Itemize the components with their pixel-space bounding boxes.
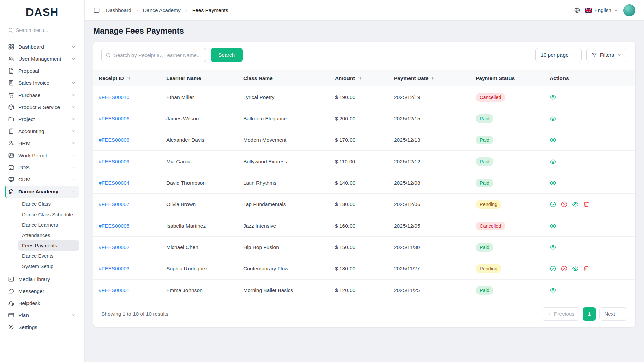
- delete-action-button[interactable]: [583, 265, 590, 272]
- filters-button[interactable]: Filters: [586, 48, 627, 62]
- payment-date-cell: 2025/12/08: [389, 172, 470, 194]
- table-header-row: Receipt IDLearner NameClass NameAmountPa…: [93, 70, 635, 86]
- sidebar-item-pos[interactable]: POS: [5, 162, 79, 174]
- sidebar-item-project[interactable]: Project: [5, 113, 79, 125]
- column-label: Amount: [335, 75, 355, 81]
- sidebar-item-purchase[interactable]: Purchase: [5, 89, 79, 101]
- per-page-chevron: [572, 53, 576, 57]
- next-label: Next: [604, 311, 615, 317]
- language-selector[interactable]: English: [585, 7, 619, 13]
- view-action-button[interactable]: [550, 158, 556, 165]
- view-action-button[interactable]: [550, 244, 556, 251]
- sidebar-item-dashboard[interactable]: Dashboard: [5, 41, 79, 53]
- sidebar-subitem-label: Attendances: [22, 232, 50, 238]
- column-header-receipt-id[interactable]: Receipt ID: [93, 70, 161, 86]
- sidebar-search-input[interactable]: [5, 24, 79, 36]
- approve-action-button[interactable]: [550, 201, 556, 208]
- column-header-class-name: Class Name: [238, 70, 330, 86]
- delete-action-button[interactable]: [583, 201, 590, 208]
- previous-page-button[interactable]: Previous: [542, 307, 579, 321]
- view-action-button[interactable]: [550, 137, 556, 143]
- receipt-id-link[interactable]: #FEES00007: [99, 201, 129, 207]
- sidebar-toggle-button[interactable]: [93, 7, 100, 14]
- receipt-id-link[interactable]: #FEES00005: [99, 223, 129, 229]
- receipt-id-link[interactable]: #FEES00004: [99, 180, 129, 186]
- receipt-id-link[interactable]: #FEES00003: [99, 266, 129, 272]
- sidebar-item-hrm[interactable]: HRM: [5, 137, 79, 149]
- learner-name-cell: Olivia Brown: [161, 194, 238, 215]
- sidebar-subitem-label: Dance Events: [22, 253, 53, 259]
- table-search-input[interactable]: [101, 48, 206, 62]
- sidebar-subitem-dance-class[interactable]: Dance Class: [18, 199, 79, 209]
- sidebar-item-messenger[interactable]: Messenger: [5, 285, 79, 297]
- sidebar-item-product-service[interactable]: Product & Service: [5, 101, 79, 113]
- sidebar-item-user-management[interactable]: User Management: [5, 53, 79, 65]
- eye-icon: [550, 244, 556, 251]
- receipt-id-link[interactable]: #FEES00010: [99, 94, 129, 100]
- sidebar-subitem-attendances[interactable]: Attendances: [18, 230, 79, 240]
- receipt-id-link[interactable]: #FEES00008: [99, 137, 129, 143]
- user-avatar[interactable]: [623, 4, 635, 16]
- next-page-button[interactable]: Next: [599, 307, 627, 321]
- sidebar-item-helpdesk[interactable]: Helpdesk: [5, 297, 79, 309]
- view-action-button[interactable]: [550, 287, 556, 294]
- sidebar-item-label: HRM: [18, 140, 30, 146]
- chevron-down-icon: [71, 141, 76, 146]
- sidebar-subitem-system-setup[interactable]: System Setup: [18, 261, 79, 272]
- column-header-amount[interactable]: Amount: [330, 70, 389, 86]
- sidebar-item-label: Purchase: [18, 92, 40, 98]
- receipt-id-link[interactable]: #FEES00006: [99, 116, 129, 121]
- breadcrumb-item-dashboard[interactable]: Dashboard: [106, 7, 131, 13]
- sidebar-search: [5, 24, 79, 36]
- filters-label: Filters: [600, 52, 614, 58]
- sidebar-subitem-fees-payments[interactable]: Fees Payments: [18, 240, 79, 251]
- payment-date-cell: 2025/11/25: [389, 280, 470, 301]
- chevron-down-icon: [71, 93, 76, 98]
- table-row: #FEES00003Sophia RodriguezContemporary F…: [93, 258, 635, 280]
- column-header-payment-date[interactable]: Payment Date: [389, 70, 470, 86]
- filters-chevron: [617, 53, 622, 57]
- breadcrumb-item-dance-academy[interactable]: Dance Academy: [143, 7, 181, 13]
- sidebar-item-dance-academy[interactable]: Dance Academy: [5, 186, 79, 198]
- sidebar-item-plan[interactable]: Plan: [5, 309, 79, 321]
- receipt-id-link[interactable]: #FEES00001: [99, 287, 129, 293]
- chevron-down-icon: [617, 53, 622, 57]
- sidebar-item-accounting[interactable]: Accounting: [5, 125, 79, 137]
- amount-cell: $ 130.00: [330, 194, 389, 215]
- view-action-button[interactable]: [550, 180, 556, 186]
- view-action-button[interactable]: [550, 94, 556, 101]
- reject-action-button[interactable]: [561, 265, 568, 272]
- sidebar-item-sales-invoice[interactable]: Sales Invoice: [5, 77, 79, 89]
- learner-name-cell: Michael Chen: [161, 237, 238, 258]
- view-action-button[interactable]: [572, 265, 579, 272]
- search-icon: [8, 27, 13, 33]
- breadcrumb-separator: [135, 8, 140, 13]
- sort-icon: [357, 76, 362, 81]
- globe-button[interactable]: [574, 7, 580, 13]
- search-button[interactable]: Search: [211, 48, 243, 62]
- chevron-right-icon: [618, 312, 622, 316]
- sidebar-item-proposal[interactable]: Proposal: [5, 65, 79, 77]
- receipt-id-link[interactable]: #FEES00002: [99, 244, 129, 250]
- sidebar-item-settings[interactable]: Settings: [5, 321, 79, 334]
- page-1-button[interactable]: 1: [583, 307, 596, 321]
- view-action-button[interactable]: [550, 223, 556, 229]
- sidebar-item-crm[interactable]: CRM: [5, 174, 79, 186]
- amount-cell: $ 190.00: [330, 86, 389, 108]
- approve-action-button[interactable]: [550, 265, 556, 272]
- sidebar-subitem-dance-class-schedule[interactable]: Dance Class Schedule: [18, 209, 79, 220]
- sidebar-item-media-library[interactable]: Media Library: [5, 273, 79, 285]
- receipt-id-link[interactable]: #FEES00009: [99, 159, 129, 164]
- reject-action-button[interactable]: [561, 201, 568, 208]
- view-action-button[interactable]: [572, 201, 579, 208]
- view-action-button[interactable]: [550, 115, 556, 122]
- row-actions: [550, 223, 630, 229]
- sidebar-item-work-permit[interactable]: Work Permit: [5, 149, 79, 162]
- sidebar-subitem-dance-events[interactable]: Dance Events: [18, 251, 79, 261]
- sidebar-item-label: Product & Service: [18, 104, 60, 110]
- chevron-down-icon: [71, 117, 76, 122]
- per-page-select[interactable]: 10 per page: [535, 48, 582, 62]
- uk-flag-icon: [585, 8, 592, 13]
- column-label: Actions: [550, 75, 569, 81]
- sidebar-subitem-dance-learners[interactable]: Dance Learners: [18, 220, 79, 230]
